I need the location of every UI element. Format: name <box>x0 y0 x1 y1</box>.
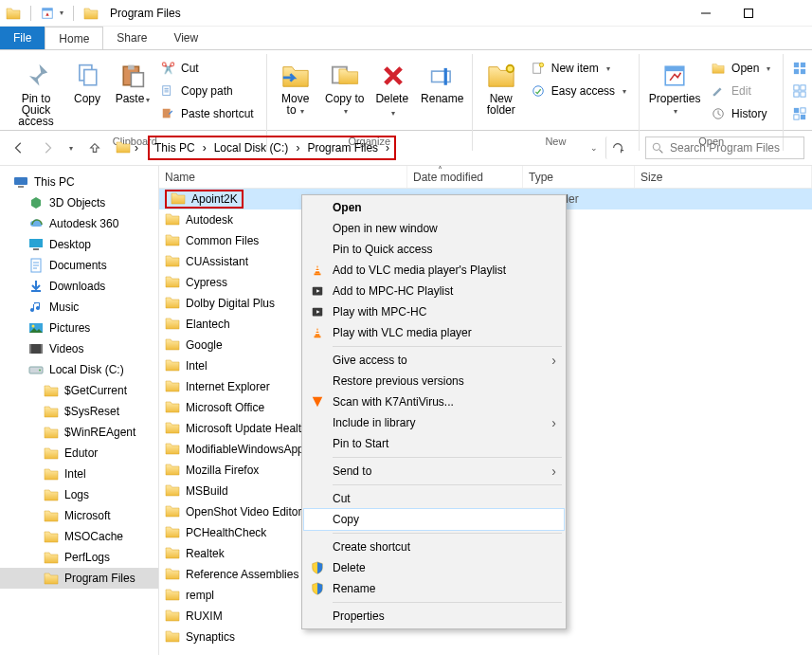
file-tab[interactable]: File <box>0 27 45 49</box>
tree-item[interactable]: Intel <box>0 464 158 484</box>
ctx-play-vlc[interactable]: Play with VLC media player <box>304 322 564 343</box>
view-tab[interactable]: View <box>160 27 211 49</box>
ctx-open[interactable]: Open <box>304 197 564 218</box>
ctx-vlc-playlist[interactable]: Add to VLC media player's Playlist <box>304 260 564 281</box>
ctx-pin-start[interactable]: Pin to Start <box>304 433 564 454</box>
col-type[interactable]: Type <box>523 166 635 188</box>
tree-item[interactable]: Autodesk 360 <box>0 213 158 234</box>
folder-icon <box>165 608 180 626</box>
ctx-copy[interactable]: Copy <box>304 509 564 530</box>
qat-properties-icon[interactable] <box>41 7 54 20</box>
nav-recent-button[interactable]: ▾ <box>64 136 78 159</box>
chevron-right-icon[interactable]: › <box>292 138 303 157</box>
easy-access-button[interactable]: Easy access▾ <box>528 81 633 101</box>
breadcrumb-local-disk[interactable]: Local Disk (C:) <box>210 138 293 157</box>
select-none-button[interactable]: Select none <box>789 81 812 101</box>
tree-item[interactable]: Microsoft <box>0 505 158 526</box>
folder-icon <box>44 571 59 586</box>
svg-rect-48 <box>29 344 31 354</box>
ctx-include-library[interactable]: Include in library <box>304 412 564 433</box>
folder-icon <box>44 383 59 398</box>
list-item[interactable]: Synaptics <box>159 627 812 647</box>
copy-button[interactable]: Copy <box>66 58 108 107</box>
chevron-right-icon[interactable]: › <box>199 138 210 157</box>
maximize-button[interactable] <box>727 0 769 27</box>
tree-item[interactable]: Documents <box>0 255 158 276</box>
rename-button[interactable]: Rename <box>419 58 466 107</box>
file-name: Elantech <box>186 318 230 331</box>
tree-item[interactable]: MSOCache <box>0 526 158 547</box>
ctx-send-to[interactable]: Send to <box>304 461 564 482</box>
tree-item[interactable]: Logs <box>0 484 158 505</box>
ctx-create-shortcut[interactable]: Create shortcut <box>304 537 564 557</box>
tree-item[interactable]: Videos <box>0 338 158 359</box>
ctx-play-mpc[interactable]: Play with MPC-HC <box>304 301 564 322</box>
move-to-button[interactable]: Move to ▾ <box>273 58 318 120</box>
ctx-open-new-window[interactable]: Open in new window <box>304 218 564 239</box>
ctx-give-access[interactable]: Give access to <box>304 350 564 371</box>
ctx-pin-quick[interactable]: Pin to Quick access <box>304 239 564 260</box>
breadcrumb-root-chevron[interactable]: › <box>131 141 142 155</box>
edit-button[interactable]: Edit <box>708 81 777 101</box>
chevron-right-icon[interactable]: › <box>382 138 393 157</box>
nav-up-button[interactable] <box>83 136 106 159</box>
ctx-properties[interactable]: Properties <box>304 606 564 627</box>
tree-item[interactable]: $SysReset <box>0 401 158 422</box>
tree-item[interactable]: Program Files <box>0 568 158 589</box>
invert-selection-button[interactable]: Invert selection <box>789 103 812 124</box>
ctx-rename[interactable]: Rename <box>304 578 564 599</box>
share-tab[interactable]: Share <box>103 27 160 49</box>
new-item-icon <box>531 61 546 76</box>
svg-rect-12 <box>131 73 143 87</box>
refresh-button[interactable] <box>605 136 628 159</box>
col-size[interactable]: Size <box>635 166 812 188</box>
copy-path-button[interactable]: Copy path <box>157 81 261 101</box>
home-tab[interactable]: Home <box>45 27 103 49</box>
nav-tree[interactable]: This PC3D ObjectsAutodesk 360DesktopDocu… <box>0 166 159 655</box>
col-name[interactable]: Name <box>159 166 407 188</box>
ctx-delete[interactable]: Delete <box>304 557 564 578</box>
nav-forward-button[interactable] <box>36 136 59 159</box>
delete-button[interactable]: Delete ▾ <box>371 58 415 122</box>
open-button[interactable]: Open▾ <box>708 58 777 79</box>
select-all-button[interactable]: Select all <box>789 58 812 79</box>
breadcrumb-program-files[interactable]: Program Files <box>303 138 382 157</box>
svg-rect-44 <box>31 290 41 292</box>
ctx-scan-k7[interactable]: Scan with K7AntiVirus... <box>304 391 564 412</box>
history-button[interactable]: History <box>708 103 777 124</box>
tree-item[interactable]: $WinREAgent <box>0 422 158 443</box>
tree-item[interactable]: $GetCurrent <box>0 380 158 401</box>
file-list[interactable]: ˄ Name Date modified Type Size Apoint2K2… <box>159 166 812 655</box>
cut-button[interactable]: ✂️Cut <box>157 58 261 79</box>
tree-item[interactable]: This PC <box>0 172 158 192</box>
tree-item[interactable]: Pictures <box>0 318 158 338</box>
qat-folder-icon[interactable] <box>6 6 21 21</box>
breadcrumb-this-pc[interactable]: This PC <box>151 138 199 157</box>
ctx-restore-previous[interactable]: Restore previous versions <box>304 371 564 391</box>
tree-item[interactable]: Desktop <box>0 234 158 255</box>
file-name: Intel <box>186 359 208 373</box>
tree-item[interactable]: Downloads <box>0 276 158 297</box>
new-folder-button[interactable]: New folder <box>478 58 524 118</box>
address-dropdown-button[interactable]: ⌄ <box>583 136 605 159</box>
nav-back-button[interactable] <box>8 136 30 159</box>
search-box[interactable]: Search Program Files <box>645 136 804 159</box>
paste-button[interactable]: Paste▾ <box>112 58 153 109</box>
file-name: Reference Assemblies <box>186 568 298 581</box>
tree-item[interactable]: PerfLogs <box>0 547 158 568</box>
tree-item[interactable]: Music <box>0 297 158 318</box>
file-name: Microsoft Office <box>186 401 264 414</box>
col-date[interactable]: Date modified <box>407 166 523 188</box>
ctx-mpc-playlist[interactable]: Add to MPC-HC Playlist <box>304 281 564 301</box>
tree-item[interactable]: Local Disk (C:) <box>0 359 158 380</box>
minimize-button[interactable] <box>684 0 727 27</box>
pin-quick-access-button[interactable]: Pin to Quick access <box>9 58 63 130</box>
copy-to-button[interactable]: Copy to ▾ <box>322 58 368 120</box>
paste-shortcut-button[interactable]: Paste shortcut <box>157 103 261 124</box>
tree-item[interactable]: Edutor <box>0 443 158 464</box>
ctx-cut[interactable]: Cut <box>304 488 564 509</box>
tree-item[interactable]: 3D Objects <box>0 192 158 213</box>
qat-dropdown-icon[interactable]: ▾ <box>60 9 63 17</box>
new-item-button[interactable]: New item▾ <box>528 58 633 79</box>
properties-button[interactable]: Properties ▾ <box>645 58 704 120</box>
